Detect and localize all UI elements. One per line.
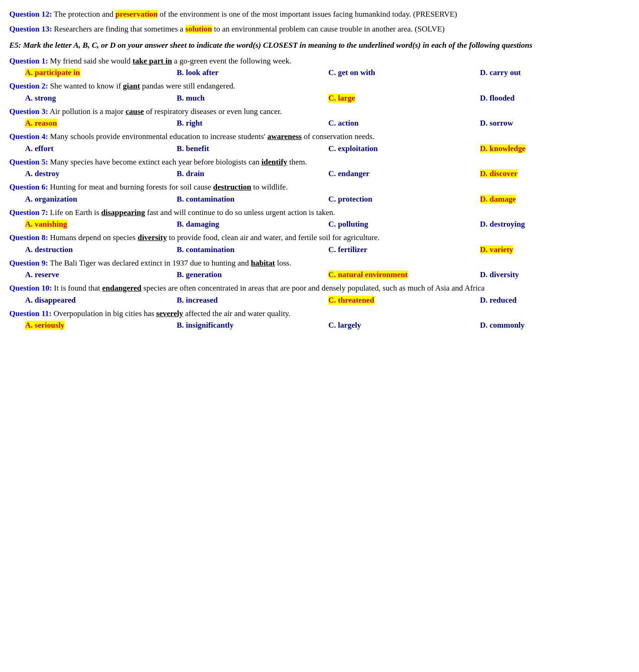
e5-e5q9-block: Question 9: The Bali Tiger was declared … [9, 257, 630, 280]
e5-e5q3-answer-2-text: C. [328, 119, 336, 127]
question-13-text-after: to an environmental problem can cause tr… [212, 25, 445, 33]
e5-e5q11-label: Question 11: [9, 309, 51, 318]
question-12-highlight: preservation [115, 10, 158, 19]
e5-e5q3-answer-0-text: A. reason [25, 119, 57, 127]
e5-e5q10-answer-1: B. increased [175, 296, 326, 305]
e5-e5q4-underlined: awareness [267, 132, 301, 141]
e5-e5q9-answer-1-text: B. [177, 270, 184, 279]
question-13-block: Question 13: Researchers are finding tha… [9, 23, 630, 35]
e5-e5q9-answer-3-value: diversity [488, 270, 519, 279]
e5-e5q3-answer-3-text: D. [480, 119, 488, 127]
e5-e5q8-answer-1: B. contamination [175, 245, 326, 254]
e5-e5q3-block: Question 3: Air pollution is a major cau… [9, 106, 630, 128]
e5-questions-section: Question 1: My friend said she would tak… [9, 55, 630, 330]
e5-e5q8-answer-0-value: destruction [33, 245, 73, 254]
e5-e5q10-label: Question 10: [9, 284, 52, 292]
e5-e5q8-block: Question 8: Humans depend on species div… [9, 232, 630, 254]
e5-e5q9-answer-1: B. generation [175, 270, 326, 279]
e5-e5q8-answer-2: C. fertilizer [326, 245, 478, 254]
e5-e5q8-answer-1-value: contamination [184, 245, 235, 254]
e5-e5q6-text-after: to wildlife. [251, 183, 288, 191]
e5-e5q10-answer-0-value: disappeared [33, 296, 76, 304]
e5-e5q2-answer-0-value: strong [33, 94, 56, 102]
e5-e5q9-line: Question 9: The Bali Tiger was declared … [9, 257, 630, 269]
e5-e5q1-answer-3-text: D. [480, 68, 488, 77]
e5-e5q6-answer-3-text: D. damage [480, 195, 516, 203]
e5-e5q11-answer-2-value: largely [336, 321, 361, 330]
e5-e5q4-line: Question 4: Many schools provide environ… [9, 131, 630, 143]
e5-e5q10-answer-1-value: increased [184, 296, 218, 304]
e5-e5q7-answer-0: A. vanishing [23, 220, 175, 229]
e5-e5q5-answer-1-value: drain [184, 169, 204, 178]
e5-e5q1-answer-2: C. get on with [326, 68, 478, 77]
e5-e5q11-answer-3: D. commonly [478, 321, 630, 330]
e5-e5q8-answers: A. destructionB. contaminationC. fertili… [23, 245, 630, 254]
e5-e5q2-answer-1-value: much [184, 94, 205, 102]
e5-e5q9-answers: A. reserveB. generationC. natural enviro… [23, 270, 630, 279]
e5-e5q3-label: Question 3: [9, 107, 48, 116]
e5-e5q11-underlined: severely [156, 309, 183, 318]
e5-e5q11-answer-1-value: insignificantly [184, 321, 234, 330]
e5-e5q5-answers: A. destroyB. drainC. endangerD. discover [23, 169, 630, 178]
e5-e5q2-answer-3: D. flooded [478, 94, 630, 103]
e5-e5q7-answer-2-text: C. [328, 220, 336, 228]
question-12-text-after: of the environment is one of the most im… [158, 10, 457, 19]
e5-e5q9-answer-3: D. diversity [478, 270, 630, 279]
e5-e5q8-answer-2-value: fertilizer [336, 245, 367, 254]
e5-e5q4-text-before: Many schools provide environmental educa… [48, 132, 268, 141]
e5-e5q5-answer-2-value: endanger [336, 169, 370, 178]
e5-e5q1-answer-3: D. carry out [478, 68, 630, 77]
e5-e5q9-answer-3-text: D. [480, 270, 488, 279]
e5-e5q9-answer-0-value: reserve [33, 270, 59, 279]
e5-e5q7-answers: A. vanishingB. damagingC. pollutingD. de… [23, 220, 630, 229]
e5-e5q7-answer-1: B. damaging [175, 220, 326, 229]
e5-e5q9-text-after: loss. [275, 259, 291, 267]
e5-e5q5-answer-0-text: A. [25, 169, 33, 178]
e5-e5q5-answer-3-text: D. discover [480, 169, 518, 178]
e5-e5q2-answer-1-text: B. [177, 94, 184, 102]
e5-e5q7-answer-2: C. polluting [326, 220, 478, 229]
e5-e5q8-line: Question 8: Humans depend on species div… [9, 232, 630, 244]
e5-e5q7-text-before: Life on Earth is [48, 208, 102, 217]
e5-e5q4-answer-2-value: exploitation [336, 144, 378, 153]
e5-e5q10-answer-3-text: D. [480, 296, 488, 304]
e5-e5q8-answer-0: A. destruction [23, 245, 175, 254]
e5-e5q5-answer-0-value: destroy [33, 169, 60, 178]
e5-e5q2-label: Question 2: [9, 82, 48, 90]
e5-e5q4-answer-3: D. knowledge [478, 144, 630, 153]
e5-e5q2-answer-3-value: flooded [488, 94, 515, 102]
e5-e5q1-label: Question 1: [9, 57, 48, 65]
e5-e5q10-answer-2-text: C. threatened [328, 296, 374, 304]
e5-e5q1-line: Question 1: My friend said she would tak… [9, 55, 630, 67]
e5-e5q11-block: Question 11: Overpopulation in big citie… [9, 308, 630, 330]
e5-e5q10-answers: A. disappearedB. increasedC. threatenedD… [23, 296, 630, 305]
question-12-label: Question 12: [9, 10, 52, 19]
e5-e5q11-text-after: affected the air and water quality. [183, 309, 290, 318]
e5-e5q9-answer-2-text: C. natural environment [328, 270, 408, 279]
e5-e5q5-text-after: them. [288, 158, 307, 166]
e5-e5q6-answer-0: A. organization [23, 195, 175, 204]
e5-e5q7-block: Question 7: Life on Earth is disappearin… [9, 207, 630, 229]
e5-e5q11-answer-0: A. seriously [23, 321, 175, 330]
e5-e5q8-answer-1-text: B. [177, 245, 184, 254]
e5-e5q8-label: Question 8: [9, 233, 48, 242]
e5-e5q6-block: Question 6: Hunting for meat and burning… [9, 181, 630, 204]
e5-e5q9-text-before: The Bali Tiger was declared extinct in 1… [48, 259, 251, 267]
e5-e5q3-answer-1: B. right [175, 119, 326, 128]
e5-e5q3-answers: A. reasonB. rightC. actionD. sorrow [23, 119, 630, 128]
question-13-text-before: Researchers are finding that sometimes a [52, 25, 185, 33]
e5-e5q5-block: Question 5: Many species have become ext… [9, 156, 630, 179]
e5-e5q3-answer-2-value: action [336, 119, 359, 127]
e5-e5q7-answer-2-value: polluting [336, 220, 368, 228]
e5-e5q4-text-after: of conservation needs. [302, 132, 375, 141]
e5-e5q2-answer-0: A. strong [23, 94, 175, 103]
e5-e5q10-answer-1-text: B. [177, 296, 184, 304]
e5-e5q1-text-after: a go-green event the following week. [172, 57, 291, 65]
e5-e5q7-underlined: disappearing [101, 208, 145, 217]
e5-e5q3-text-after: of respiratory diseases or even lung can… [144, 107, 281, 116]
e5-e5q5-answer-2: C. endanger [326, 169, 478, 178]
e5-e5q2-answer-2-text: C. large [328, 94, 355, 102]
e5-e5q11-answer-0-text: A. seriously [25, 321, 64, 330]
e5-e5q1-answer-1-value: look after [184, 68, 219, 77]
e5-e5q4-answer-0: A. effort [23, 144, 175, 153]
